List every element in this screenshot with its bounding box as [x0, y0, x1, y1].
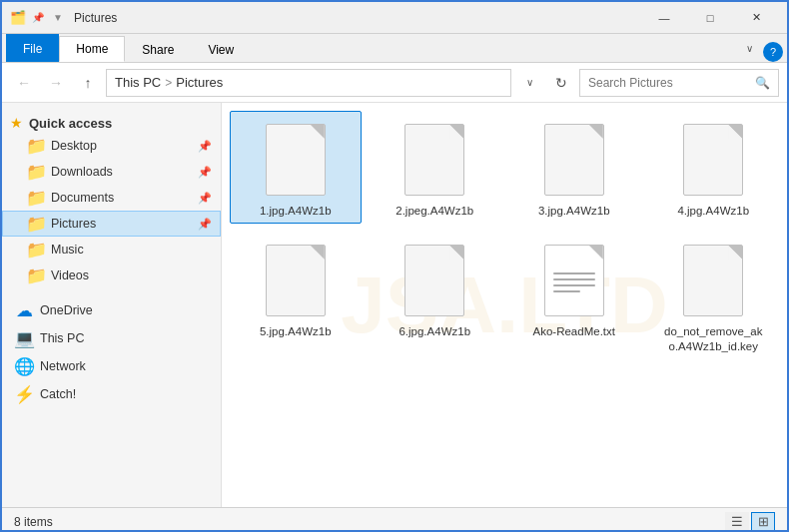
sidebar-item-catch[interactable]: ⚡ Catch!	[2, 380, 221, 408]
pin-icon: 📌	[30, 10, 46, 26]
file-item-8[interactable]: do_not_remove_ako.A4Wz1b_id.key	[648, 232, 780, 359]
address-path[interactable]: This PC > Pictures	[106, 69, 511, 97]
window-controls: — □ ✕	[641, 2, 779, 34]
grid-view-button[interactable]: ⊞	[751, 512, 775, 532]
ribbon: File Home Share View ∨ ?	[2, 34, 787, 63]
downloads-pin-icon: 📌	[198, 166, 212, 179]
documents-pin-icon: 📌	[198, 192, 212, 205]
file-label-7: Ako-ReadMe.txt	[533, 324, 615, 339]
onedrive-icon: ☁	[14, 300, 34, 320]
sidebar-label-videos: Videos	[51, 268, 89, 282]
network-icon: 🌐	[14, 356, 34, 376]
file-label-5: 5.jpg.A4Wz1b	[260, 324, 332, 339]
file-label-2: 2.jpeg.A4Wz1b	[395, 204, 473, 219]
file-icon-6	[398, 241, 470, 320]
search-icon: 🔍	[755, 76, 770, 90]
sidebar-label-downloads: Downloads	[51, 165, 113, 179]
thispc-icon: 💻	[14, 328, 34, 348]
file-icon-1	[260, 120, 332, 200]
item-count: 8 items	[14, 515, 53, 529]
file-item-4[interactable]: 4.jpg.A4Wz1b	[648, 111, 780, 224]
file-icon-4	[677, 120, 749, 200]
tab-home[interactable]: Home	[59, 36, 125, 62]
tab-view[interactable]: View	[191, 36, 251, 62]
sidebar-item-videos[interactable]: 📁 Videos	[2, 263, 221, 288]
maximize-button[interactable]: □	[687, 2, 733, 34]
sidebar-label-pictures: Pictures	[51, 217, 96, 231]
sidebar-label-desktop: Desktop	[51, 139, 97, 153]
ribbon-tabs: File Home Share View ∨ ?	[2, 34, 787, 62]
tab-share[interactable]: Share	[125, 36, 191, 62]
file-item-5[interactable]: 5.jpg.A4Wz1b	[230, 232, 362, 359]
file-item-2[interactable]: 2.jpeg.A4Wz1b	[370, 111, 501, 224]
music-folder-icon: 📁	[27, 241, 45, 259]
file-icon-2	[398, 120, 470, 200]
sidebar-item-network[interactable]: 🌐 Network	[2, 352, 221, 380]
desktop-folder-icon: 📁	[27, 137, 45, 155]
path-pc: This PC	[115, 75, 161, 90]
desktop-pin-icon: 📌	[198, 140, 212, 153]
search-input[interactable]	[588, 76, 755, 90]
dropdown-arrow-icon: ▼	[50, 10, 66, 26]
sidebar-item-thispc[interactable]: 💻 This PC	[2, 324, 221, 352]
path-sep-1: >	[165, 76, 172, 90]
file-label-3: 3.jpg.A4Wz1b	[538, 204, 610, 219]
files-grid: 1.jpg.A4Wz1b 2.jpeg.A4Wz1b 3.jpg.A4Wz1b	[230, 111, 779, 359]
file-label-1: 1.jpg.A4Wz1b	[260, 204, 332, 219]
sidebar-item-music[interactable]: 📁 Music	[2, 237, 221, 263]
file-icon-3	[538, 120, 610, 200]
quick-access-label: Quick access	[29, 116, 112, 131]
title-bar: 🗂️ 📌 ▼ Pictures — □ ✕	[2, 2, 787, 34]
sidebar-item-desktop[interactable]: 📁 Desktop 📌	[2, 133, 221, 159]
pictures-folder-icon: 📁	[27, 215, 45, 233]
help-button[interactable]: ?	[763, 42, 783, 62]
back-button[interactable]: ←	[10, 69, 38, 97]
window-title: Pictures	[74, 11, 641, 25]
file-item-1[interactable]: 1.jpg.A4Wz1b	[230, 111, 362, 224]
refresh-button[interactable]: ↻	[547, 69, 575, 97]
sidebar-label-documents: Documents	[51, 191, 114, 205]
up-button[interactable]: ↑	[74, 69, 102, 97]
videos-folder-icon: 📁	[27, 266, 45, 284]
sidebar-item-documents[interactable]: 📁 Documents 📌	[2, 185, 221, 211]
app-icon: 🗂️	[10, 10, 26, 26]
close-button[interactable]: ✕	[733, 2, 779, 34]
file-item-3[interactable]: 3.jpg.A4Wz1b	[508, 111, 640, 224]
sidebar-label-onedrive: OneDrive	[40, 303, 93, 317]
pictures-pin-icon: 📌	[198, 218, 212, 231]
forward-button[interactable]: →	[42, 69, 70, 97]
view-buttons: ☰ ⊞	[725, 512, 775, 532]
path-pictures: Pictures	[176, 75, 223, 90]
downloads-folder-icon: 📁	[27, 163, 45, 181]
documents-folder-icon: 📁	[27, 189, 45, 207]
catch-icon: ⚡	[14, 384, 34, 404]
sidebar: ★ Quick access 📁 Desktop 📌 📁 Downloads 📌…	[2, 103, 222, 507]
quick-access-header[interactable]: ★ Quick access	[2, 111, 221, 133]
file-icon-7	[538, 241, 610, 320]
sidebar-label-music: Music	[51, 243, 84, 257]
file-area: JSA.LTD 1.jpg.A4Wz1b 2.jpeg.A4Wz1b	[222, 103, 787, 507]
status-bar: 8 items ☰ ⊞	[2, 507, 787, 532]
address-bar: ← → ↑ This PC > Pictures ∨ ↻ 🔍	[2, 63, 787, 103]
sidebar-label-network: Network	[40, 359, 86, 373]
sidebar-label-catch: Catch!	[40, 387, 76, 401]
file-icon-8	[677, 241, 749, 320]
search-box[interactable]: 🔍	[579, 69, 779, 97]
list-view-button[interactable]: ☰	[725, 512, 749, 532]
ribbon-collapse-button[interactable]: ∨	[735, 34, 763, 62]
tab-file[interactable]: File	[6, 34, 59, 62]
file-label-4: 4.jpg.A4Wz1b	[677, 204, 749, 219]
minimize-button[interactable]: —	[641, 2, 687, 34]
file-item-7[interactable]: Ako-ReadMe.txt	[508, 232, 640, 359]
title-bar-icons: 🗂️ 📌 ▼	[10, 10, 66, 26]
star-icon: ★	[10, 115, 23, 131]
sidebar-label-thispc: This PC	[40, 331, 84, 345]
file-icon-5	[260, 241, 332, 320]
file-label-6: 6.jpg.A4Wz1b	[398, 324, 470, 339]
sidebar-item-downloads[interactable]: 📁 Downloads 📌	[2, 159, 221, 185]
file-item-6[interactable]: 6.jpg.A4Wz1b	[370, 232, 501, 359]
sidebar-item-pictures[interactable]: 📁 Pictures 📌	[2, 211, 221, 237]
sidebar-item-onedrive[interactable]: ☁ OneDrive	[2, 296, 221, 324]
address-dropdown-button[interactable]: ∨	[515, 69, 543, 97]
file-label-8: do_not_remove_ako.A4Wz1b_id.key	[663, 324, 763, 354]
